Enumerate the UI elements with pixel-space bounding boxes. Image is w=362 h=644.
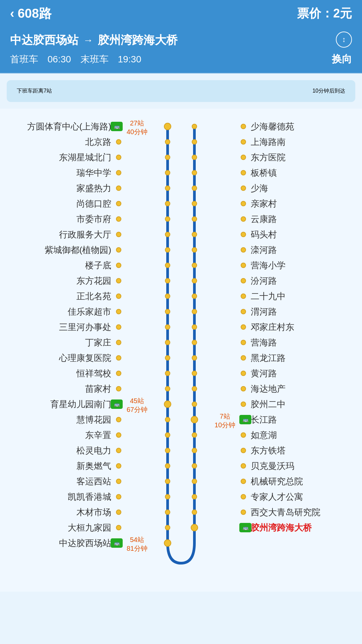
stop-row[interactable]: 云康路: [241, 211, 355, 227]
stop-row[interactable]: 大桓九家园: [7, 520, 121, 535]
header-left: ‹ 608路: [10, 5, 52, 22]
stop-name: 营海小学: [251, 260, 286, 271]
stop-dot: [241, 355, 246, 361]
stop-row[interactable]: 亲家村: [241, 196, 355, 211]
svg-point-26: [165, 494, 170, 499]
svg-point-6: [165, 186, 170, 191]
stop-row[interactable]: 佳乐家超市: [7, 304, 121, 319]
stop-row[interactable]: 家盛热力: [7, 180, 121, 196]
stop-row[interactable]: 心理康复医院: [7, 350, 121, 366]
stop-dot: [116, 324, 121, 330]
stop-name: 如意湖: [251, 429, 277, 441]
stop-row[interactable]: 正北名苑: [7, 288, 121, 304]
stop-row[interactable]: 行政服务大厅: [7, 227, 121, 242]
stop-name: 滦河路: [251, 244, 277, 256]
stop-row[interactable]: 营海路: [241, 335, 355, 350]
stop-row[interactable]: 板桥镇: [241, 165, 355, 180]
svg-point-42: [192, 309, 197, 314]
stop-row[interactable]: 滦河路: [241, 242, 355, 258]
stop-row[interactable]: 木材市场: [7, 504, 121, 520]
stop-name: 方圆体育中心(上海路): [27, 121, 111, 132]
stop-name: 胶州二中: [251, 398, 286, 410]
stop-row[interactable]: 尚德口腔: [7, 196, 121, 211]
stop-row[interactable]: 少海馨德苑: [241, 119, 355, 134]
stop-row[interactable]: 松灵电力: [7, 443, 121, 458]
stop-row[interactable]: 🚌7站 10分钟长江路: [241, 412, 355, 427]
route-times: 首班车 06:30 末班车 19:30 换向: [10, 52, 352, 66]
stop-row[interactable]: 丁家庄: [7, 335, 121, 350]
stop-row[interactable]: 三里河办事处: [7, 319, 121, 335]
stop-row[interactable]: 汾河路: [241, 273, 355, 288]
stop-row[interactable]: 机械研究总院: [241, 474, 355, 489]
stop-row[interactable]: 渭河路: [241, 304, 355, 319]
stop-row[interactable]: 客运西站: [7, 474, 121, 489]
route-info: 中达胶西场站 → 胶州湾跨海大桥 ↕ 首班车 06:30 末班车 19:30 换…: [0, 27, 362, 73]
stop-row[interactable]: 瑞华中学: [7, 165, 121, 180]
stop-row[interactable]: 二十九中: [241, 288, 355, 304]
stop-row[interactable]: 海达地产: [241, 381, 355, 396]
stop-row[interactable]: 如意湖: [241, 427, 355, 443]
stop-row[interactable]: 东方医院: [241, 150, 355, 165]
svg-point-45: [192, 356, 197, 360]
direction-icon[interactable]: ↕: [336, 32, 352, 48]
last-bus-time: 19:30: [118, 54, 141, 64]
stop-dot: [241, 232, 246, 237]
svg-point-50: [192, 433, 197, 437]
stop-row[interactable]: 少海: [241, 180, 355, 196]
stop-name: 专家人才公寓: [251, 491, 303, 503]
stop-row[interactable]: 码头村: [241, 227, 355, 242]
svg-point-20: [164, 401, 171, 408]
stop-row[interactable]: 紫城御都(植物园): [7, 242, 121, 258]
stop-row[interactable]: 🚌54站 81分钟中达胶西场站: [7, 535, 121, 551]
stop-row[interactable]: 东方铁塔: [241, 443, 355, 458]
svg-point-30: [192, 124, 197, 129]
stop-dot: [241, 201, 246, 206]
stop-row[interactable]: 🚌27站 40分钟方圆体育中心(上海路): [7, 119, 121, 134]
stop-row[interactable]: 新奥燃气: [7, 458, 121, 474]
stop-row[interactable]: 贝克曼沃玛: [241, 458, 355, 474]
stop-name: 大桓九家园: [68, 522, 111, 534]
stop-row[interactable]: 黄河路: [241, 366, 355, 381]
stop-row[interactable]: 东辛置: [7, 427, 121, 443]
stop-dot: [116, 417, 121, 422]
back-button[interactable]: ‹: [10, 6, 14, 21]
direction-button[interactable]: 换向: [332, 52, 352, 66]
stop-row[interactable]: 🚌45站 67分钟育星幼儿园南门: [7, 396, 121, 412]
stop-name: 家盛热力: [76, 182, 111, 194]
stop-row[interactable]: 恒祥驾校: [7, 366, 121, 381]
stop-row[interactable]: 北京路: [7, 134, 121, 150]
stop-row[interactable]: 凯凯香港城: [7, 489, 121, 504]
stop-row[interactable]: 专家人才公寓: [241, 489, 355, 504]
bus-label: 45站 67分钟: [127, 396, 147, 414]
stop-row[interactable]: 东方花园: [7, 273, 121, 288]
stop-name: 汾河路: [251, 275, 277, 287]
stop-row[interactable]: 黑龙江路: [241, 350, 355, 366]
stop-row[interactable]: 东湖星城北门: [7, 150, 121, 165]
stop-name: 育星幼儿园南门: [50, 398, 111, 410]
stop-name: 佳乐家超市: [68, 306, 111, 318]
next-bus-distance: 下班车距离7站: [17, 88, 52, 95]
svg-point-28: [165, 525, 170, 530]
stop-dot: [116, 432, 121, 438]
svg-point-2: [164, 123, 171, 130]
route-svg: [147, 119, 215, 578]
stop-row[interactable]: 市委市府: [7, 211, 121, 227]
stop-row[interactable]: 营海小学: [241, 258, 355, 273]
stop-row[interactable]: 慧博花园: [7, 412, 121, 427]
stop-row[interactable]: 胶州二中: [241, 396, 355, 412]
bus-icon: 🚌: [111, 122, 123, 131]
stop-name: 新奥燃气: [76, 460, 111, 472]
stop-name: 心理康复医院: [59, 352, 111, 364]
stop-row[interactable]: 西交大青岛研究院: [241, 504, 355, 520]
svg-point-31: [192, 140, 197, 144]
stop-name: 少海: [251, 182, 268, 194]
stop-row[interactable]: 上海路南: [241, 134, 355, 150]
stop-row[interactable]: 楼子底: [7, 258, 121, 273]
stop-row[interactable]: 🚌胶州湾跨海大桥: [241, 520, 355, 535]
svg-point-22: [165, 433, 170, 437]
first-bus-label: 首班车: [10, 54, 38, 64]
stop-row[interactable]: 邓家庄村东: [241, 319, 355, 335]
stop-row[interactable]: 苗家村: [7, 381, 121, 396]
stop-name: 松灵电力: [76, 445, 111, 457]
svg-point-39: [192, 263, 197, 268]
